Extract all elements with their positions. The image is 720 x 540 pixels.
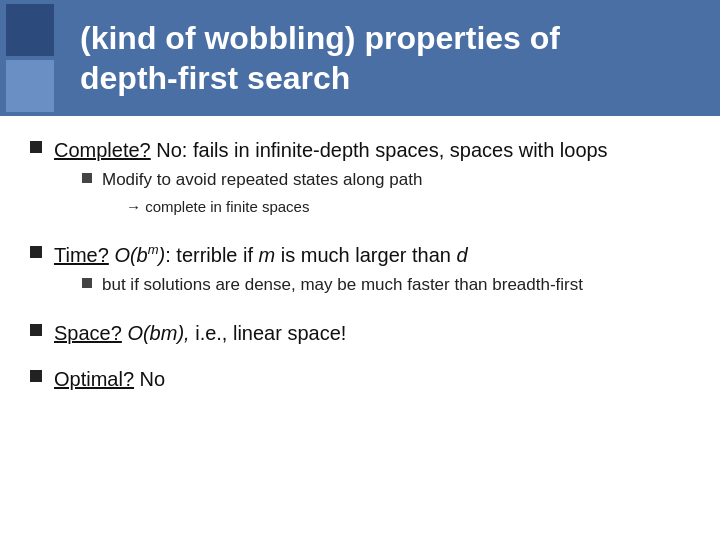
bullet-space-text: Space? O(bm), i.e., linear space!: [54, 319, 346, 347]
bullet-square-4: [30, 370, 42, 382]
bullet-optimal-text: Optimal? No: [54, 365, 165, 393]
complete-sublist: Modify to avoid repeated states along pa…: [82, 168, 608, 217]
time-m: m: [259, 244, 276, 266]
time-sublist: but if solutions are dense, may be much …: [82, 273, 583, 297]
title-line1: (kind of wobbling) properties of: [80, 20, 560, 56]
time-rest1: : terrible if: [165, 244, 258, 266]
bullet-complete-text: Complete? No: fails in infinite-depth sp…: [54, 136, 608, 223]
time-label: Time?: [54, 244, 109, 266]
time-sup: m: [148, 242, 159, 257]
header-decoration: [0, 0, 60, 116]
bullet-square-3: [30, 324, 42, 336]
time-sub1-text: but if solutions are dense, may be much …: [102, 273, 583, 297]
optimal-label: Optimal?: [54, 368, 134, 390]
slide-content: Complete? No: fails in infinite-depth sp…: [0, 116, 720, 431]
complete-sub1-text: Modify to avoid repeated states along pa…: [102, 168, 422, 192]
space-obm: O(bm),: [122, 322, 190, 344]
space-rest2: i.e., linear space!: [190, 322, 347, 344]
sub-bullet-square-2: [82, 278, 92, 288]
time-line: Time? O(bm): terrible if m is much large…: [54, 241, 583, 269]
time-sub1: but if solutions are dense, may be much …: [82, 273, 583, 297]
time-d: d: [456, 244, 467, 266]
bullet-complete: Complete? No: fails in infinite-depth sp…: [30, 136, 690, 223]
deco-block-top: [6, 4, 54, 56]
complete-sub1: Modify to avoid repeated states along pa…: [82, 168, 608, 192]
title-line2: depth-first search: [80, 60, 350, 96]
complete-rest: No: fails in infinite-depth spaces, spac…: [151, 139, 608, 161]
slide: (kind of wobbling) properties of depth-f…: [0, 0, 720, 540]
bullet-time: Time? O(bm): terrible if m is much large…: [30, 241, 690, 301]
time-rest2: is much larger than: [275, 244, 456, 266]
header: (kind of wobbling) properties of depth-f…: [0, 0, 720, 116]
bullet-square-2: [30, 246, 42, 258]
complete-arrow: → complete in finite spaces: [126, 196, 608, 217]
bullet-time-text: Time? O(bm): terrible if m is much large…: [54, 241, 583, 301]
time-obm-prefix: O(b: [109, 244, 148, 266]
complete-label: Complete?: [54, 139, 151, 161]
slide-title: (kind of wobbling) properties of depth-f…: [80, 18, 560, 98]
bullet-optimal: Optimal? No: [30, 365, 690, 393]
bullet-space: Space? O(bm), i.e., linear space!: [30, 319, 690, 347]
bullet-square-1: [30, 141, 42, 153]
sub-bullet-square-1: [82, 173, 92, 183]
optimal-rest: No: [134, 368, 165, 390]
space-label: Space?: [54, 322, 122, 344]
deco-block-bottom: [6, 60, 54, 112]
